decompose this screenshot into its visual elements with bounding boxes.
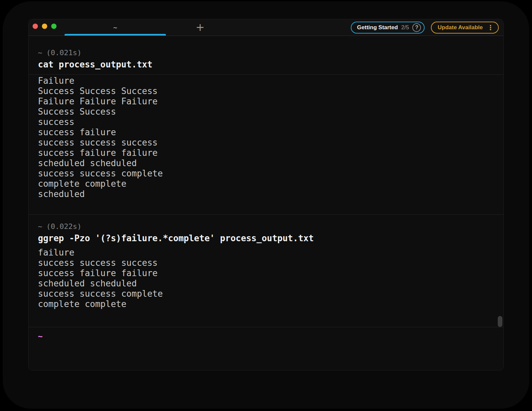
command-output: FailureSuccess Success SuccessFailure Fa… [38, 76, 494, 199]
divider [29, 327, 503, 327]
help-icon[interactable]: ? [412, 23, 421, 32]
command-output: failuresuccess success successsuccess fa… [38, 248, 494, 309]
output-line: success failure failure [38, 268, 494, 278]
terminal-window: ~ + Getting Started 2/5 ? Update Availab… [28, 19, 504, 370]
getting-started-pill[interactable]: Getting Started 2/5 ? [351, 22, 425, 34]
divider [29, 74, 503, 75]
getting-started-progress: 2/5 [401, 24, 409, 31]
block-duration: (0.022s) [46, 222, 81, 231]
active-tab-indicator [65, 34, 166, 36]
block-header: ~(0.021s) [38, 48, 494, 58]
tabbar-actions: Getting Started 2/5 ? Update Available ⋮ [351, 22, 499, 34]
prompt-symbol: ~ [38, 332, 43, 341]
kebab-menu-icon[interactable]: ⋮ [487, 24, 494, 32]
output-line: success failure [38, 127, 494, 138]
getting-started-label: Getting Started [357, 24, 398, 31]
output-line: Success Success Success [38, 86, 494, 96]
output-line: scheduled [38, 189, 494, 199]
update-available-label: Update Available [438, 24, 483, 31]
output-line: Failure Failure Failure [38, 96, 494, 107]
new-tab-button[interactable]: + [194, 19, 206, 35]
output-line: success success complete [38, 289, 494, 299]
output-line: complete complete [38, 179, 494, 189]
tab-bar: ~ + Getting Started 2/5 ? Update Availab… [29, 19, 503, 36]
output-line: scheduled scheduled [38, 158, 494, 168]
output-line: success failure failure [38, 148, 494, 158]
output-line: scheduled scheduled [38, 278, 494, 289]
tab-title: ~ [113, 24, 117, 32]
output-line: success success complete [38, 168, 494, 179]
update-available-pill[interactable]: Update Available ⋮ [431, 22, 499, 34]
block-header: ~(0.022s) [38, 222, 494, 232]
output-line: success [38, 117, 494, 127]
terminal-content: ~(0.021s) cat process_output.txt Failure… [29, 48, 503, 370]
output-line: complete complete [38, 299, 494, 309]
output-line: Failure [38, 76, 494, 86]
command-block[interactable]: ~(0.022s) ggrep -Pzo '(?s)failure.*compl… [38, 222, 494, 309]
command-text: ggrep -Pzo '(?s)failure.*complete' proce… [38, 232, 494, 245]
close-button[interactable] [33, 24, 38, 29]
command-input-line[interactable]: ~ [38, 331, 494, 343]
tab-home[interactable]: ~ [65, 19, 166, 36]
block-duration: (0.021s) [46, 49, 81, 57]
minimize-button[interactable] [42, 24, 47, 29]
command-block[interactable]: ~(0.021s) cat process_output.txt Failure… [38, 48, 494, 199]
block-prompt: ~ [38, 222, 42, 231]
zoom-button[interactable] [51, 24, 57, 29]
output-line: Success Success [38, 107, 494, 117]
traffic-lights [33, 24, 57, 29]
block-prompt: ~ [38, 49, 42, 57]
scrollbar-thumb[interactable] [498, 316, 502, 327]
divider [29, 214, 503, 215]
output-line: failure [38, 248, 494, 258]
output-line: success success success [38, 258, 494, 268]
command-text: cat process_output.txt [38, 58, 494, 71]
output-line: success success success [38, 138, 494, 148]
